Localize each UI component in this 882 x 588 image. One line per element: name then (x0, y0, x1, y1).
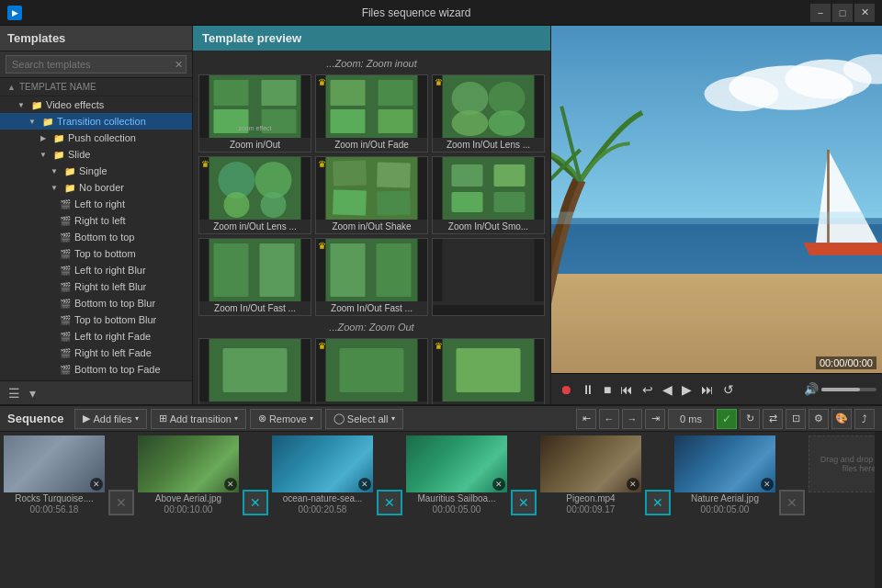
sidebar-settings-button[interactable]: ☰ (6, 386, 23, 401)
crop-button[interactable]: ⊡ (786, 409, 806, 429)
crown-icon-2: ♛ (318, 77, 326, 87)
pause-button[interactable]: ⏸ (579, 380, 597, 399)
template-thumb-10[interactable] (198, 338, 311, 404)
crown-icon-3: ♛ (435, 77, 443, 87)
tree-item-bottom-to-top[interactable]: 🎬 Bottom to top (0, 229, 192, 245)
volume-track[interactable] (821, 388, 876, 391)
step-back-button[interactable]: ◀ (660, 380, 675, 399)
tree-label: Left to right Blur (74, 265, 146, 276)
template-grid-container[interactable]: ...Zoom: Zoom inout zoom effect Zoom in/… (193, 51, 550, 404)
tree-item-right-left-blur[interactable]: 🎬 Right to left Blur (0, 278, 192, 295)
tree-item-slide[interactable]: ▼ 📁 Slide (0, 146, 192, 163)
thumb-label-5: Zoom in/Out Shake (316, 220, 427, 233)
volume-control: 🔊 (804, 382, 876, 396)
tree-item-left-to-right[interactable]: 🎬 Left to right (0, 196, 192, 212)
arrow-right-right-button[interactable]: ⇥ (645, 409, 665, 429)
seq-name-2: Above Aerial.jpg (138, 492, 239, 504)
svg-point-47 (705, 76, 779, 111)
seq-close-5[interactable]: ✕ (627, 478, 639, 491)
sequence-item-4[interactable]: ✕ Mauritius Sailboa... 00:00:05.00 (406, 435, 507, 514)
thumb-preview-6 (433, 157, 544, 220)
search-input[interactable] (6, 55, 187, 74)
arrow-left-button[interactable]: ← (599, 409, 619, 429)
sequence-item-3[interactable]: ✕ ocean-nature-sea... 00:00:20.58 (272, 435, 373, 514)
maximize-button[interactable]: □ (832, 4, 853, 22)
remove-button[interactable]: ⊗ Remove ▾ (250, 409, 322, 429)
sequence-item-6[interactable]: ✕ Nature Aerial.jpg 00:00:05.00 (674, 435, 775, 514)
template-thumb-2[interactable]: ♛ Zoom in/Out Fade (315, 74, 428, 153)
tree-item-top-bottom-blur[interactable]: 🎬 Top to bottom Blur (0, 311, 192, 328)
tree-item-top-to-bottom[interactable]: 🎬 Top to bottom (0, 245, 192, 262)
seq-close-1[interactable]: ✕ (90, 478, 103, 491)
template-thumb-7[interactable]: Zoom In/Out Fast ... (198, 238, 311, 316)
sync-button[interactable]: ⇄ (763, 409, 783, 429)
seq-transition-3[interactable]: ✕ (375, 490, 404, 515)
seq-transition-2[interactable]: ✕ (241, 490, 270, 515)
seq-transition-4[interactable]: ✕ (509, 490, 538, 515)
stop-button[interactable]: ■ (601, 380, 614, 399)
drop-zone[interactable]: Drag and drop media files here (808, 435, 882, 492)
drop-zone-item[interactable]: Drag and drop media files here (808, 435, 882, 492)
seq-close-4[interactable]: ✕ (492, 478, 505, 491)
sequence-item-1[interactable]: ✕ Rocks Turquoise.... 00:00:56.18 (4, 435, 105, 514)
svg-rect-35 (331, 243, 366, 297)
prev-frame-button[interactable]: ⏮ (617, 380, 636, 399)
tree-item-right-left-fade[interactable]: 🎬 Right to left Fade (0, 345, 192, 361)
template-thumb-9[interactable] (432, 238, 545, 316)
tree-item-right-to-left[interactable]: 🎬 Right to left (0, 212, 192, 229)
loop-button[interactable]: ↺ (720, 380, 737, 399)
tree-item-bottom-top-fade[interactable]: 🎬 Bottom to top Fade (0, 361, 192, 378)
export-button[interactable]: ⤴ (854, 409, 875, 429)
loop-seq-button[interactable]: ↻ (740, 409, 760, 429)
folder-icon: 📁 (41, 115, 54, 128)
template-thumb-3[interactable]: ♛ Zoom In/Out Lens ... (432, 74, 545, 153)
sequence-item-2[interactable]: ✕ Above Aerial.jpg 00:00:10.00 (138, 435, 239, 514)
arrow-left-left-button[interactable]: ⇤ (576, 409, 596, 429)
template-thumb-5[interactable]: ♛ Zoom in/Out Shake (315, 156, 428, 234)
template-thumb-4[interactable]: ♛ Zoom in/Out Lens ... (198, 156, 311, 234)
seq-close-2[interactable]: ✕ (224, 478, 237, 491)
svg-rect-9 (331, 109, 366, 133)
minimize-button[interactable]: − (810, 4, 831, 22)
add-transition-button[interactable]: ⊞ Add transition ▾ (151, 409, 246, 429)
sequence-content[interactable]: ✕ Rocks Turquoise.... 00:00:56.18 ✕ ✕ Ab… (0, 432, 882, 588)
template-thumb-12[interactable]: ♛ (432, 338, 545, 404)
time-input[interactable] (668, 409, 714, 429)
template-thumb-8[interactable]: ♛ Zoom In/Out Fast ... (315, 238, 428, 316)
template-thumb-6[interactable]: Zoom In/Out Smo... (432, 156, 545, 234)
record-button[interactable]: ⏺ (557, 380, 575, 399)
select-all-button[interactable]: ◯ Select all ▾ (325, 409, 403, 429)
seq-close-3[interactable]: ✕ (358, 478, 371, 491)
next-frame-button[interactable]: ⏭ (698, 380, 717, 399)
settings2-button[interactable]: ⚙ (808, 409, 829, 429)
add-files-button[interactable]: ▶ Add files ▾ (74, 409, 146, 429)
checkmark-button[interactable]: ✓ (717, 409, 737, 429)
seq-close-6[interactable]: ✕ (761, 478, 774, 491)
svg-rect-28 (494, 164, 526, 187)
sequence-scrollbar[interactable] (875, 432, 882, 588)
step-forward-button[interactable]: ▶ (679, 380, 695, 399)
tree-item-transition-collection[interactable]: ▼ 📁 Transition collection (0, 113, 192, 130)
tree-item-left-right-blur[interactable]: 🎬 Left to right Blur (0, 262, 192, 278)
seq-transition-6[interactable]: ✕ (777, 490, 807, 515)
tree-item-no-border[interactable]: ▼ 📁 No border (0, 179, 192, 196)
tree-label: No border (79, 182, 124, 193)
crown-icon-5: ♛ (318, 159, 326, 169)
seq-transition-5[interactable]: ✕ (643, 490, 673, 515)
close-button[interactable]: ✕ (854, 4, 875, 22)
tree-item-bottom-top-blur[interactable]: 🎬 Bottom to top Blur (0, 295, 192, 311)
sequence-item-5[interactable]: ✕ Pigeon.mp4 00:00:09.17 (540, 435, 641, 514)
search-clear-icon[interactable]: ✕ (175, 59, 183, 71)
template-thumb-11[interactable]: ♛ (315, 338, 428, 404)
sidebar-dropdown-button[interactable]: ▾ (27, 386, 39, 401)
template-tree[interactable]: ▼ 📁 Video effects ▼ 📁 Transition collect… (0, 96, 192, 380)
template-thumb-1[interactable]: zoom effect Zoom in/Out (198, 74, 311, 153)
tree-item-left-right-fade[interactable]: 🎬 Left to right Fade (0, 328, 192, 345)
tree-item-single[interactable]: ▼ 📁 Single (0, 163, 192, 179)
tree-item-push-collection[interactable]: ▶ 📁 Push collection (0, 130, 192, 146)
rewind-button[interactable]: ↩ (639, 380, 656, 399)
arrow-right-button[interactable]: → (622, 409, 642, 429)
seq-transition-1[interactable]: ✕ (107, 490, 136, 515)
color-button[interactable]: 🎨 (831, 409, 852, 429)
tree-item-video-effects[interactable]: ▼ 📁 Video effects (0, 96, 192, 113)
